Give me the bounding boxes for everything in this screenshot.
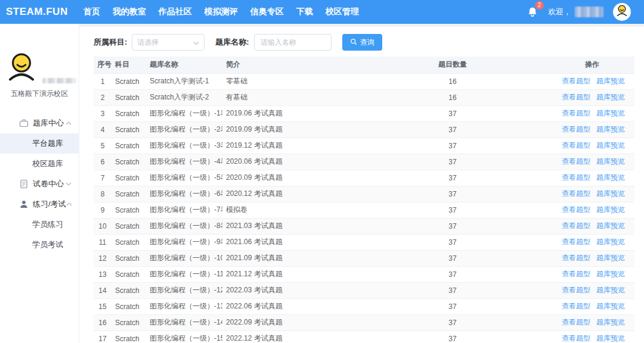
view-question-types-link[interactable]: 查看题型 [562, 222, 590, 230]
bank-preview-link[interactable]: 题库预览 [596, 93, 625, 101]
notifications-button[interactable]: 2 [527, 5, 538, 18]
view-question-types-link[interactable]: 查看题型 [562, 238, 590, 246]
actions-cell: 查看题型题库预览 [558, 330, 634, 343]
chevron-down-icon [66, 182, 72, 186]
description-cell: 零基础 [222, 73, 421, 89]
description-cell: 2021.09 考试真题 [222, 250, 421, 266]
sidebar-item-practice-exam[interactable]: 练习/考试 [0, 194, 79, 214]
view-question-types-link[interactable]: 查看题型 [562, 254, 590, 262]
view-question-types-link[interactable]: 查看题型 [562, 125, 590, 133]
bank-preview-link[interactable]: 题库预览 [596, 318, 625, 326]
view-question-types-link[interactable]: 查看题型 [562, 189, 590, 198]
row-index-cell: 8 [94, 186, 112, 202]
view-question-types-link[interactable]: 查看题型 [562, 270, 590, 278]
document-icon [19, 179, 29, 189]
bank-name-cell: 图形化编程（一级）-2卷 [146, 121, 222, 138]
actions-cell: 查看题型题库预览 [558, 170, 634, 186]
campus-name: 五格殿下演示校区 [0, 89, 79, 99]
subject-select[interactable]: 请选择 [132, 34, 205, 51]
table-header-row: 序号科目题库名称简介题目数量操作 [94, 57, 634, 73]
nav-item-home[interactable]: 首页 [83, 7, 100, 17]
view-question-types-link[interactable]: 查看题型 [562, 141, 590, 149]
bank-preview-link[interactable]: 题库预览 [596, 254, 625, 262]
sidebar-subitem-student-exam[interactable]: 学员考试 [0, 235, 79, 255]
table-row: 11Scratch图形化编程（一级）-9卷2021.06 考试真题37查看题型题… [94, 234, 634, 250]
nav-item-download[interactable]: 下载 [296, 7, 313, 17]
bank-preview-link[interactable]: 题库预览 [596, 189, 625, 198]
sidebar-subitem-student-practice[interactable]: 学员练习 [0, 214, 79, 235]
bank-preview-link[interactable]: 题库预览 [596, 270, 625, 278]
actions-cell: 查看题型题库预览 [558, 138, 634, 154]
nav-item-informatics-zone[interactable]: 信奥专区 [250, 7, 284, 17]
column-header-3: 简介 [222, 57, 421, 73]
view-question-types-link[interactable]: 查看题型 [562, 93, 590, 101]
row-index-cell: 3 [94, 105, 112, 121]
bank-preview-link[interactable]: 题库预览 [596, 334, 625, 342]
description-cell: 2022.03 考试真题 [222, 282, 421, 298]
question-count-cell: 37 [421, 330, 558, 343]
actions-cell: 查看题型题库预览 [558, 234, 634, 250]
nav-item-mock-assessment[interactable]: 模拟测评 [205, 7, 238, 17]
subject-cell: Scratch [112, 121, 146, 138]
row-index-cell: 4 [94, 121, 112, 138]
bank-preview-link[interactable]: 题库预览 [596, 141, 625, 149]
view-question-types-link[interactable]: 查看题型 [562, 286, 590, 294]
view-question-types-link[interactable]: 查看题型 [562, 157, 590, 166]
description-cell: 2019.06 考试真题 [222, 105, 421, 121]
nav-item-my-classroom[interactable]: 我的教室 [113, 7, 146, 17]
question-count-cell: 16 [421, 89, 558, 105]
search-button[interactable]: 查询 [342, 34, 382, 51]
description-cell: 模拟卷 [222, 202, 421, 218]
table-row: 10Scratch图形化编程（一级）-8卷2021.03 考试真题37查看题型题… [94, 218, 634, 234]
subject-cell: Scratch [112, 138, 146, 154]
question-count-cell: 16 [421, 73, 558, 89]
chevron-down-icon [193, 37, 199, 48]
row-index-cell: 17 [94, 330, 112, 343]
bank-preview-link[interactable]: 题库预览 [596, 222, 625, 230]
subject-cell: Scratch [112, 314, 146, 330]
bank-name-cell: 图形化编程（一级）-6卷 [146, 186, 222, 202]
view-question-types-link[interactable]: 查看题型 [562, 205, 590, 214]
bank-preview-link[interactable]: 题库预览 [596, 286, 625, 294]
name-filter-input[interactable] [254, 34, 332, 51]
sidebar-subitem-campus-bank[interactable]: 校区题库 [0, 154, 79, 174]
view-question-types-link[interactable]: 查看题型 [562, 302, 590, 310]
sidebar-item-exam-paper-center[interactable]: 试卷中心 [0, 174, 79, 194]
view-question-types-link[interactable]: 查看题型 [562, 318, 590, 326]
bank-preview-link[interactable]: 题库预览 [596, 238, 625, 246]
view-question-types-link[interactable]: 查看题型 [562, 173, 590, 182]
nav-item-campus-management[interactable]: 校区管理 [326, 7, 359, 17]
brand-logo[interactable]: STEAM.FUN [6, 6, 68, 18]
main-nav: 首页我的教室作品社区模拟测评信奥专区下载校区管理 [83, 7, 359, 17]
actions-cell: 查看题型题库预览 [558, 202, 634, 218]
subject-cell: Scratch [112, 282, 146, 298]
table-row: 1ScratchScratch入学测试-1零基础16查看题型题库预览 [94, 73, 634, 89]
question-count-cell: 37 [421, 138, 558, 154]
user-avatar[interactable] [613, 3, 631, 21]
table-row: 6Scratch图形化编程（一级）-4卷2020.06 考试真题37查看题型题库… [94, 154, 634, 170]
bank-preview-link[interactable]: 题库预览 [596, 125, 625, 133]
chevron-up-icon [66, 121, 72, 125]
row-index-cell: 5 [94, 138, 112, 154]
view-question-types-link[interactable]: 查看题型 [562, 109, 590, 117]
row-index-cell: 2 [94, 89, 112, 105]
bank-preview-link[interactable]: 题库预览 [596, 157, 625, 166]
bank-preview-link[interactable]: 题库预览 [596, 109, 625, 117]
sidebar: 五格殿下演示校区 题库中心平台题库校区题库试卷中心练习/考试学员练习学员考试 [0, 24, 79, 343]
view-question-types-link[interactable]: 查看题型 [562, 77, 590, 85]
row-index-cell: 7 [94, 170, 112, 186]
bank-preview-link[interactable]: 题库预览 [596, 302, 625, 310]
bank-preview-link[interactable]: 题库预览 [596, 173, 625, 182]
subject-cell: Scratch [112, 105, 146, 121]
view-question-types-link[interactable]: 查看题型 [562, 334, 590, 342]
sidebar-subitem-platform-bank[interactable]: 平台题库 [0, 133, 79, 154]
welcome-label: 欢迎， [548, 7, 571, 17]
table-row: 5Scratch图形化编程（一级）-3卷2019.12 考试真题37查看题型题库… [94, 138, 634, 154]
bank-preview-link[interactable]: 题库预览 [596, 77, 625, 85]
bank-name-cell: 图形化编程（一级）-5卷 [146, 170, 222, 186]
table-row: 12Scratch图形化编程（一级）-10卷2021.09 考试真题37查看题型… [94, 250, 634, 266]
nav-item-works-community[interactable]: 作品社区 [159, 7, 192, 17]
row-index-cell: 13 [94, 266, 112, 282]
bank-preview-link[interactable]: 题库预览 [596, 205, 625, 214]
sidebar-item-question-bank-center[interactable]: 题库中心 [0, 113, 79, 133]
